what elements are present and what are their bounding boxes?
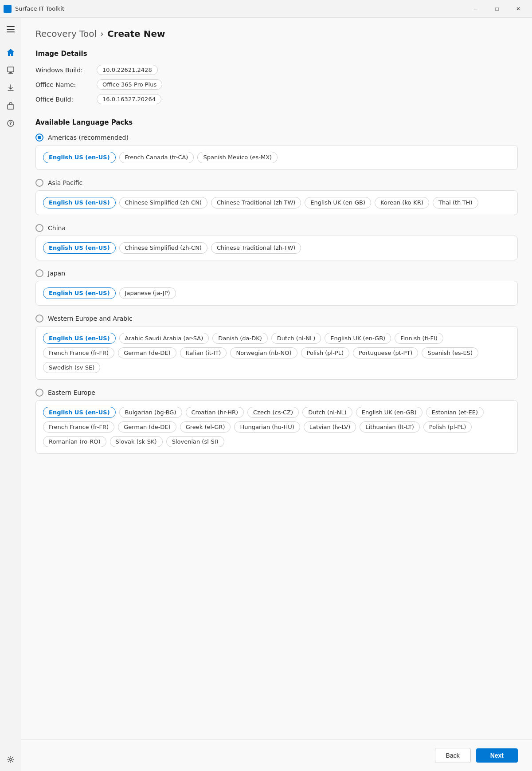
lang-tag: Chinese Traditional (zh-TW) (211, 197, 301, 208)
eastern-europe-languages-box: English US (en-US) Bulgarian (bg-BG) Cro… (35, 400, 518, 454)
region-china-label: China (48, 224, 66, 232)
lang-tag: Arabic Saudi Arabia (ar-SA) (119, 333, 209, 344)
image-details-section: Image Details Windows Build: 10.0.22621.… (35, 50, 518, 104)
region-eastern-europe-radio[interactable]: Eastern Europe (35, 389, 518, 397)
sidebar-icon-settings[interactable] (3, 751, 19, 767)
radio-inner (38, 136, 41, 139)
lang-tag: Korean (ko-KR) (375, 197, 429, 208)
lang-tag: Lithuanian (lt-LT) (360, 421, 420, 433)
lang-tag: English US (en-US) (43, 287, 116, 299)
lang-tag: Greek (el-GR) (180, 421, 231, 433)
lang-tag: Bulgarian (bg-BG) (119, 407, 182, 418)
app-title: Surface IT Toolkit (15, 5, 64, 12)
lang-tag: German (de-DE) (118, 347, 176, 358)
sidebar-icon-query[interactable]: ? (3, 115, 19, 131)
lang-tag: English US (en-US) (43, 242, 116, 254)
lang-tag: Spanish Mexico (es-MX) (197, 152, 278, 163)
lang-tag: Danish (da-DK) (212, 333, 268, 344)
region-asia-radio[interactable]: Asia Pacific (35, 179, 518, 187)
next-button[interactable]: Next (476, 748, 518, 763)
lang-tag: Slovak (sk-SK) (110, 436, 163, 447)
lang-tag: Czech (cs-CZ) (247, 407, 299, 418)
lang-tag: Japanese (ja-JP) (119, 287, 176, 299)
main-content: Recovery Tool › Create New Image Details… (21, 18, 532, 771)
lang-tag: English US (en-US) (43, 407, 116, 418)
svg-rect-1 (9, 72, 12, 73)
home-icon (6, 48, 15, 57)
back-button[interactable]: Back (435, 748, 471, 763)
sidebar-icon-package[interactable] (3, 98, 19, 114)
lang-tag: French Canada (fr-CA) (119, 152, 194, 163)
hamburger-menu[interactable] (3, 21, 19, 37)
lang-tag: Romanian (ro-RO) (43, 436, 106, 447)
svg-rect-0 (8, 67, 14, 72)
lang-tag: Italian (it-IT) (180, 347, 227, 358)
japan-languages-box: English US (en-US) Japanese (ja-JP) (35, 281, 518, 306)
lang-tag: German (de-DE) (118, 421, 176, 433)
lang-tag: Slovenian (sl-SI) (166, 436, 224, 447)
radio-western-europe[interactable] (35, 315, 43, 323)
region-china-radio[interactable]: China (35, 224, 518, 232)
sidebar-icon-device[interactable] (3, 62, 19, 78)
lang-tag: French France (fr-FR) (43, 421, 114, 433)
breadcrumb: Recovery Tool › Create New (35, 28, 518, 39)
radio-asia[interactable] (35, 179, 43, 187)
windows-build-label: Windows Build: (35, 67, 93, 74)
lang-tag: Polish (pl-PL) (301, 347, 349, 358)
region-americas-label: Americas (recommended) (48, 134, 129, 141)
lang-tag: Croatian (hr-HR) (186, 407, 244, 418)
query-icon: ? (6, 119, 15, 128)
bottom-bar: Back Next (21, 739, 532, 771)
app-layout: ? Recovery Tool › Create New Image Detai… (0, 18, 532, 771)
sidebar-icon-home[interactable] (3, 44, 19, 60)
breadcrumb-parent[interactable]: Recovery Tool (35, 28, 97, 39)
office-name-label: Office Name: (35, 81, 93, 88)
svg-point-6 (9, 759, 12, 761)
region-americas-radio[interactable]: Americas (recommended) (35, 134, 518, 142)
lang-tag: Swedish (sv-SE) (43, 362, 100, 373)
svg-rect-2 (8, 73, 13, 74)
device-icon (6, 66, 15, 75)
sidebar-icon-download[interactable] (3, 80, 19, 96)
windows-build-row: Windows Build: 10.0.22621.2428 (35, 65, 518, 75)
lang-tag: Estonian (et-EE) (426, 407, 484, 418)
office-build-value: 16.0.16327.20264 (97, 94, 161, 104)
svg-rect-3 (8, 105, 14, 109)
hamburger-line-3 (7, 31, 15, 32)
radio-japan[interactable] (35, 269, 43, 277)
sidebar-bottom (3, 751, 19, 767)
maximize-button[interactable]: □ (487, 2, 507, 16)
region-japan-radio[interactable]: Japan (35, 269, 518, 277)
lang-tag: English UK (en-GB) (356, 407, 422, 418)
region-asia-label: Asia Pacific (48, 179, 82, 186)
language-packs-section: Available Language Packs Americas (recom… (35, 118, 518, 454)
radio-china[interactable] (35, 224, 43, 232)
lang-tag: Hungarian (hu-HU) (234, 421, 300, 433)
lang-tag: Dutch (nl-NL) (302, 407, 352, 418)
lang-tag: Portuguese (pt-PT) (353, 347, 418, 358)
download-icon (6, 83, 15, 92)
region-eastern-europe-label: Eastern Europe (48, 389, 95, 396)
lang-tag: Polish (pl-PL) (423, 421, 472, 433)
svg-text:?: ? (9, 121, 12, 126)
lang-tag: English US (en-US) (43, 333, 116, 344)
lang-tag: Dutch (nl-NL) (271, 333, 321, 344)
lang-tag: English UK (en-GB) (305, 197, 371, 208)
breadcrumb-current: Create New (107, 28, 165, 39)
package-icon (6, 101, 15, 110)
title-bar-controls: ─ □ ✕ (466, 2, 528, 16)
western-europe-languages-box: English US (en-US) Arabic Saudi Arabia (… (35, 326, 518, 380)
radio-americas[interactable] (35, 134, 43, 142)
office-build-row: Office Build: 16.0.16327.20264 (35, 94, 518, 104)
image-details-title: Image Details (35, 50, 518, 58)
office-name-value: Office 365 Pro Plus (97, 79, 162, 90)
region-western-europe-radio[interactable]: Western Europe and Arabic (35, 315, 518, 323)
close-button[interactable]: ✕ (508, 2, 528, 16)
title-bar-left: Surface IT Toolkit (4, 5, 64, 13)
americas-languages-box: English US (en-US) French Canada (fr-CA)… (35, 145, 518, 170)
radio-eastern-europe[interactable] (35, 389, 43, 397)
region-japan-label: Japan (48, 270, 65, 277)
lang-tag: Chinese Traditional (zh-TW) (211, 242, 301, 254)
lang-tag: Latvian (lv-LV) (304, 421, 356, 433)
minimize-button[interactable]: ─ (466, 2, 486, 16)
